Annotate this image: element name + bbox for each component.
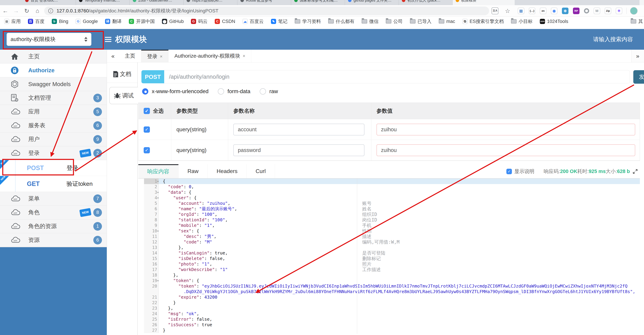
line-number[interactable]: 22	[144, 300, 159, 306]
bookmark-item[interactable]: 微信	[362, 18, 378, 24]
json-viewer-ext-icon[interactable]: {…}	[529, 8, 535, 14]
line-number[interactable]: 9	[144, 223, 159, 228]
line-number[interactable]: 16	[144, 261, 159, 267]
response-tab[interactable]: Curl	[247, 164, 275, 178]
response-tab[interactable]: Raw	[178, 164, 208, 178]
browser-tab[interactable]: https://虚拟机和…	[184, 0, 237, 5]
sidebar-item[interactable]: API 菜单 7	[0, 192, 107, 206]
line-number[interactable]: 17	[144, 267, 159, 272]
document-tab[interactable]: Authorize-authority-权限模块 ×	[168, 50, 251, 62]
sidebar-item[interactable]: API 登录 NEW2	[0, 146, 107, 160]
param-checkbox[interactable]: ✓	[144, 147, 150, 153]
doc-ext-icon[interactable]: ▤	[518, 8, 524, 14]
line-number[interactable]: 8	[144, 217, 159, 223]
octotree-ext-icon[interactable]	[584, 8, 589, 14]
line-number[interactable]: 23	[144, 306, 159, 311]
oss-ext-icon[interactable]: ✳	[616, 8, 622, 14]
bookmark-item[interactable]: ⬤ GitHub	[162, 18, 184, 24]
bookmark-item[interactable]: C CSDN	[215, 18, 235, 24]
browser-tab[interactable]: Temporary Interfac…	[76, 0, 130, 5]
bookmark-item[interactable]: 百 百度	[28, 18, 44, 24]
home-icon[interactable]: ⌂	[32, 8, 43, 14]
sidebar-item[interactable]: 文档管理 3	[0, 91, 107, 105]
bookmark-item[interactable]: ⊞ 应用	[4, 18, 21, 24]
bookmark-item[interactable]: G 码云	[191, 18, 208, 24]
response-tab[interactable]: 响应内容	[138, 164, 178, 178]
line-number[interactable]: 1▾	[144, 178, 159, 184]
sidebar-item[interactable]: API 角色的资源 1	[0, 220, 107, 233]
line-number[interactable]	[144, 289, 159, 294]
gitzip-ext-icon[interactable]: Zip	[605, 8, 611, 14]
globe-ext-icon[interactable]: ⊕	[562, 8, 568, 14]
send-button[interactable]: 发送	[633, 70, 644, 84]
browser-tab[interactable]: 权限模块	[452, 0, 515, 5]
bookmark-item[interactable]: mac	[439, 18, 455, 24]
tab-debug[interactable]: 调试	[109, 87, 138, 104]
line-number[interactable]: 7	[144, 212, 159, 217]
response-tab[interactable]: Headers	[208, 164, 247, 178]
bookmark-item[interactable]: ✎ 笔记	[271, 18, 288, 24]
line-number[interactable]: 2	[144, 184, 159, 190]
line-number[interactable]: 26	[144, 322, 159, 328]
page-info-icon[interactable]: i	[48, 8, 53, 13]
line-number[interactable]: 25	[144, 316, 159, 322]
line-number[interactable]: 13	[144, 245, 159, 250]
sidebar-item[interactable]: 主页	[0, 50, 107, 64]
line-number[interactable]: 3▾	[144, 190, 159, 195]
browser-tab[interactable]: Route 配置参考	[237, 0, 291, 5]
collapse-tabs-icon[interactable]: «	[107, 50, 119, 62]
browser-tab[interactable]: 国家标准参考文档规…	[291, 0, 345, 5]
service-select[interactable]: authority-权限模块	[6, 33, 92, 46]
param-name-input[interactable]	[233, 144, 364, 156]
line-number[interactable]: 15	[144, 256, 159, 261]
bookmark-item[interactable]: G Google	[76, 18, 98, 24]
translate-page-icon[interactable]: 文A	[492, 8, 502, 14]
browser-tab[interactable]: github pages 文件夹…	[345, 0, 399, 5]
body-type-radio[interactable]: form-data	[218, 88, 250, 94]
forward-icon[interactable]: →	[11, 8, 22, 14]
bookmark-item[interactable]: 译 翻译	[105, 18, 122, 24]
sidebar-item[interactable]: API 应用 5	[0, 105, 107, 119]
line-number[interactable]: 12	[144, 239, 159, 245]
expand-response-icon[interactable]	[632, 168, 638, 174]
line-number[interactable]: 20	[144, 284, 159, 289]
bookmark-item[interactable]: 1024 1024Tools	[540, 18, 568, 24]
body-type-radio[interactable]: x-www-form-urlencoded	[142, 88, 208, 94]
sidebar-item[interactable]: API 服务表 6	[0, 119, 107, 132]
line-number[interactable]: 27	[144, 328, 159, 333]
translate-en-ext-icon[interactable]: en	[540, 8, 546, 14]
param-value-input[interactable]	[376, 144, 635, 156]
line-number[interactable]: 5	[144, 200, 159, 206]
close-tab-icon[interactable]: ×	[243, 53, 245, 59]
json-response-editor[interactable]: 1▾ { 2 "code": 0, 3▾ "data": { 4▾ "user"…	[144, 178, 640, 334]
sidebar-item[interactable]: Authorize	[0, 64, 107, 77]
select-all-checkbox[interactable]: ✓	[144, 108, 150, 114]
bookmark-item[interactable]: 小目标	[511, 18, 532, 24]
bookmark-item[interactable]: 学习资料	[295, 18, 321, 24]
rp-ext-icon[interactable]: RP	[573, 8, 580, 14]
line-number[interactable]: 19▾	[144, 278, 159, 284]
line-number[interactable]: 14	[144, 250, 159, 256]
line-number[interactable]: 21	[144, 294, 159, 300]
param-value-input[interactable]	[376, 124, 635, 136]
bookmark-star-icon[interactable]: ☆	[502, 8, 513, 14]
bookmark-item[interactable]: 已导入	[410, 18, 432, 24]
line-number[interactable]: 11	[144, 234, 159, 239]
browser-tab[interactable]: 首页 登录/doc…	[22, 0, 76, 5]
close-tab-icon[interactable]: ×	[160, 54, 162, 59]
body-type-radio[interactable]: raw	[260, 88, 278, 94]
chrome-ext-icon[interactable]: ◉	[551, 8, 558, 14]
reload-icon[interactable]: ↻	[22, 8, 32, 14]
sidebar-item[interactable]: API 用户 9	[0, 132, 107, 146]
browser-tab[interactable]: 初次什么人 (pack…	[399, 0, 452, 5]
back-icon[interactable]: ←	[0, 8, 11, 14]
line-number[interactable]: 4▾	[144, 195, 159, 200]
bookmark-item[interactable]: 什么都有	[328, 18, 354, 24]
bookmark-item[interactable]: ⧉ ES搜索引擎文档	[462, 18, 504, 24]
line-number[interactable]: 10▾	[144, 228, 159, 234]
tampermonkey-ext-icon[interactable]: M	[594, 8, 600, 14]
tab-doc[interactable]: 文档	[107, 66, 137, 83]
profile-avatar[interactable]	[630, 7, 638, 15]
line-number[interactable]: 24	[144, 311, 159, 316]
header-search-placeholder[interactable]: 请输入搜索内容	[593, 36, 633, 43]
